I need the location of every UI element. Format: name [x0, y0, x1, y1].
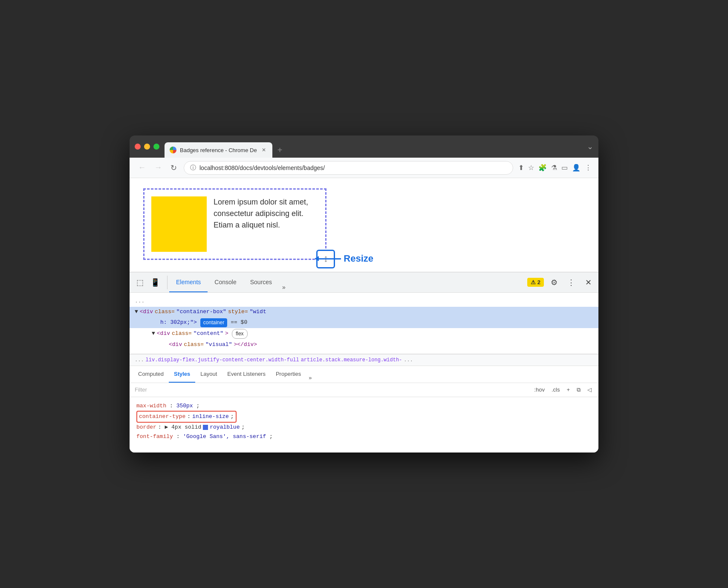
tab-sources[interactable]: Sources — [243, 272, 279, 292]
dom-content-class-val: "content" — [194, 329, 223, 338]
flex-badge: flex — [232, 329, 248, 339]
forward-button[interactable]: → — [153, 161, 164, 174]
dom-visual-class-name: class= — [184, 340, 204, 349]
tab-properties[interactable]: Properties — [271, 366, 306, 383]
css-val-font-family: 'Google Sans', sans-serif — [183, 433, 266, 440]
css-semi-3: ; — [241, 423, 245, 432]
filter-actions: :hov .cls + ⧉ ◁ — [532, 386, 593, 394]
breadcrumb-item-2[interactable]: article.stack.measure-long.width- — [301, 357, 402, 363]
css-prop-font-family: font-family — [136, 433, 173, 440]
tab-layout[interactable]: Layout — [195, 366, 222, 383]
tab-elements-label: Elements — [176, 279, 201, 285]
settings-button[interactable]: ⚙ — [547, 276, 561, 289]
breadcrumb-bar: ... liv.display-flex.justify-content-cen… — [130, 354, 598, 366]
warning-badge[interactable]: ⚠ 2 — [527, 278, 544, 287]
window-icon[interactable]: ▭ — [561, 164, 568, 172]
dom-tag-content: <div — [157, 329, 170, 338]
dom-dots: ... — [135, 297, 144, 306]
more-options-button[interactable]: ⋮ — [564, 276, 578, 289]
dom-visual-close: ></div> — [234, 340, 257, 349]
tab-close-button[interactable]: ✕ — [260, 147, 267, 153]
devtools-tabs: Elements Console Sources » — [169, 272, 527, 292]
cls-button[interactable]: .cls — [550, 386, 562, 394]
maximize-button[interactable] — [153, 144, 159, 150]
traffic-lights — [135, 144, 159, 150]
devtools-right-icons: ⚠ 2 ⚙ ⋮ ✕ — [527, 276, 595, 289]
css-container-type-highlight: container-type : inline-size ; — [136, 411, 237, 423]
dom-row-content[interactable]: ▼ <div class="content" > flex — [130, 328, 598, 340]
css-line-max-width: max-width : 350px ; — [135, 401, 593, 411]
tab-styles[interactable]: Styles — [169, 366, 195, 383]
css-line-font-family: font-family : 'Google Sans', sans-serif … — [135, 432, 593, 441]
tab-layout-label: Layout — [200, 371, 217, 377]
tab-elements[interactable]: Elements — [169, 272, 208, 292]
css-semi-4: ; — [269, 433, 273, 440]
dom-attr-style: style= — [228, 308, 248, 317]
color-swatch[interactable] — [203, 425, 208, 430]
css-semi-1: ; — [196, 403, 199, 409]
tab-title: Badges reference - Chrome De — [180, 147, 257, 153]
new-tab-button[interactable]: + — [272, 142, 288, 158]
tab-event-listeners[interactable]: Event Listeners — [222, 366, 271, 383]
profile-icon[interactable]: 👤 — [572, 164, 581, 172]
active-tab[interactable]: Badges reference - Chrome De ✕ — [165, 142, 272, 158]
css-val-border-color: royalblue — [210, 423, 240, 432]
css-prop-container-type: container-type — [139, 412, 185, 421]
css-line-container-type: container-type : inline-size ; — [135, 411, 593, 423]
device-toolbar-button[interactable]: 📱 — [148, 276, 162, 289]
dom-attr-class-val: "container-box" — [176, 308, 226, 317]
dom-row-container[interactable]: ▼ <div class="container-box" style="widt — [130, 307, 598, 317]
styles-more-tabs-button[interactable]: » — [306, 373, 314, 383]
dom-row-dots: ... — [130, 296, 598, 307]
styles-filter-input[interactable]: Filter — [135, 386, 529, 393]
resize-arrow: Resize — [315, 253, 373, 264]
title-bar: Badges reference - Chrome De ✕ + ⌄ — [130, 135, 598, 158]
add-style-button[interactable]: + — [565, 386, 572, 394]
css-val-max-width: 350px — [176, 403, 193, 409]
more-tabs-button[interactable]: » — [279, 282, 289, 292]
breadcrumb-item-1[interactable]: liv.display-flex.justify-content-center.… — [146, 357, 299, 363]
css-prop-max-width: max-width — [136, 403, 166, 409]
bookmark-icon[interactable]: ☆ — [528, 164, 534, 172]
extensions-icon[interactable]: 🧩 — [538, 164, 547, 172]
page-content: Lorem ipsum dolor sit amet, consectetur … — [130, 178, 598, 272]
toolbar-icons: ⬆ ☆ 🧩 ⚗ ▭ 👤 ⋮ — [518, 164, 592, 172]
flask-icon[interactable]: ⚗ — [551, 164, 557, 172]
url-text: localhost:8080/docs/devtools/elements/ba… — [199, 164, 507, 171]
dom-visual-class-val: "visual" — [205, 340, 232, 349]
minimize-button[interactable] — [144, 144, 150, 150]
close-devtools-button[interactable]: ✕ — [581, 276, 595, 289]
css-colon-4: : — [176, 433, 183, 440]
chrome-favicon-icon — [170, 147, 176, 153]
css-prop-border: border — [136, 423, 156, 432]
copy-style-button[interactable]: ⧉ — [575, 386, 582, 394]
share-icon[interactable]: ⬆ — [518, 164, 524, 172]
url-bar[interactable]: ⓘ localhost:8080/docs/devtools/elements/… — [184, 161, 513, 175]
browser-window: Badges reference - Chrome De ✕ + ⌄ ← → ↻… — [130, 135, 598, 453]
dom-row-container-2[interactable]: h: 302px;"> container == $0 — [130, 317, 598, 328]
address-bar: ← → ↻ ⓘ localhost:8080/docs/devtools/ele… — [130, 158, 598, 178]
tab-console[interactable]: Console — [208, 272, 243, 292]
dom-content-close: > — [225, 329, 228, 338]
dom-style-continue: h: 302px;"> — [160, 318, 197, 327]
menu-icon[interactable]: ⋮ — [585, 164, 592, 172]
dom-row-visual[interactable]: <div class="visual" ></div> — [130, 340, 598, 350]
css-line-border: border : ▶ 4px solid royalblue ; — [135, 423, 593, 432]
breadcrumb-more: ... — [404, 357, 413, 363]
css-colon-3: : ▶ 4px solid — [158, 423, 201, 432]
elements-panel: ... ▼ <div class="container-box" style="… — [130, 293, 598, 354]
back-button[interactable]: ← — [136, 161, 147, 174]
reload-button[interactable]: ↻ — [169, 161, 179, 174]
container-badge: container — [200, 318, 227, 327]
yellow-box — [151, 196, 207, 252]
sidebar-toggle-button[interactable]: ◁ — [586, 386, 593, 394]
close-button[interactable] — [135, 144, 141, 150]
inspect-element-button[interactable]: ⬚ — [133, 276, 147, 289]
tab-styles-label: Styles — [174, 371, 190, 377]
warning-badge-text: ⚠ 2 — [531, 279, 540, 285]
tab-computed[interactable]: Computed — [133, 366, 169, 383]
tab-computed-label: Computed — [138, 371, 164, 377]
chevron-down-icon[interactable]: ⌄ — [587, 142, 593, 151]
demo-container: Lorem ipsum dolor sit amet, consectetur … — [143, 188, 326, 260]
hov-button[interactable]: :hov — [532, 386, 546, 394]
